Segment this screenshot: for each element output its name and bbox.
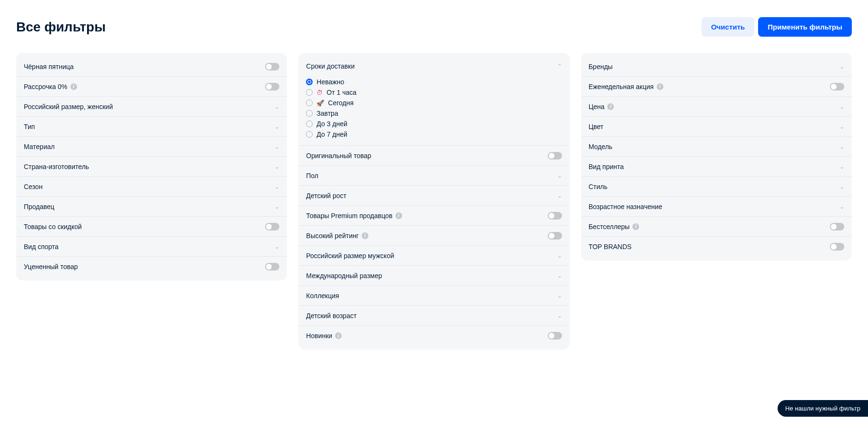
radio-delivery-hour[interactable]: ⏱ От 1 часа — [306, 87, 562, 98]
filter-season[interactable]: Сезон ⌄ — [16, 177, 287, 197]
filter-size-women[interactable]: Российский размер, женский ⌄ — [16, 97, 287, 117]
filter-seller[interactable]: Продавец ⌄ — [16, 197, 287, 217]
chevron-down-icon: ⌄ — [275, 183, 279, 190]
filter-color[interactable]: Цвет ⌄ — [581, 117, 852, 137]
fast-delivery-icon: ⏱ — [316, 89, 323, 96]
radio-delivery-7days[interactable]: До 7 дней — [306, 129, 562, 140]
filter-size-men[interactable]: Российский размер мужской ⌄ — [298, 246, 569, 266]
filter-label: Новинки i — [306, 332, 342, 340]
filter-price[interactable]: Цена i ⌄ — [581, 97, 852, 117]
radio-icon — [306, 89, 313, 96]
filter-discount[interactable]: Товары со скидкой — [16, 217, 287, 237]
filter-original[interactable]: Оригинальный товар — [298, 146, 569, 166]
filter-weekly[interactable]: Еженедельная акция i — [581, 77, 852, 97]
radio-delivery-today[interactable]: 🚀 Сегодня — [306, 98, 562, 108]
filter-columns: Чёрная пятница Рассрочка 0% i Российский… — [0, 37, 868, 366]
filter-age-purpose[interactable]: Возрастное назначение ⌄ — [581, 197, 852, 217]
chevron-down-icon: ⌄ — [839, 143, 844, 150]
filter-brands[interactable]: Бренды ⌄ — [581, 57, 852, 77]
filter-type[interactable]: Тип ⌄ — [16, 117, 287, 137]
chevron-down-icon: ⌄ — [839, 63, 844, 70]
filter-country[interactable]: Страна-изготовитель ⌄ — [16, 157, 287, 177]
chevron-down-icon: ⌄ — [557, 272, 562, 279]
filter-column-1: Чёрная пятница Рассрочка 0% i Российский… — [16, 53, 287, 281]
filter-label: Чёрная пятница — [24, 63, 74, 70]
filter-label: Российский размер, женский — [24, 103, 113, 110]
filter-label: Российский размер мужской — [306, 252, 394, 260]
filter-label: Пол — [306, 172, 318, 180]
filter-label: Детский рост — [306, 192, 346, 200]
chevron-down-icon: ⌄ — [557, 252, 562, 259]
chevron-down-icon: ⌄ — [275, 123, 279, 130]
filter-style[interactable]: Стиль ⌄ — [581, 177, 852, 197]
toggle-switch[interactable] — [548, 232, 562, 240]
radio-delivery-any[interactable]: Неважно — [306, 77, 562, 87]
page-title: Все фильтры — [16, 20, 106, 35]
filter-gender[interactable]: Пол ⌄ — [298, 166, 569, 186]
radio-icon — [306, 110, 313, 117]
info-icon: i — [607, 103, 614, 110]
filter-intl-size[interactable]: Международный размер ⌄ — [298, 266, 569, 286]
header-buttons: Очистить Применить фильтры — [701, 17, 852, 37]
chevron-down-icon: ⌄ — [275, 243, 279, 250]
chevron-down-icon: ⌄ — [557, 172, 562, 179]
chevron-down-icon: ⌄ — [275, 143, 279, 150]
radio-delivery-tomorrow[interactable]: Завтра — [306, 108, 562, 119]
filter-bestsellers[interactable]: Бестселлеры i — [581, 217, 852, 237]
filter-delivery-header[interactable]: Сроки доставки ⌃ — [298, 57, 569, 75]
filter-premium[interactable]: Товары Premium продавцов i — [298, 206, 569, 226]
chevron-down-icon: ⌄ — [275, 163, 279, 170]
filter-model[interactable]: Модель ⌄ — [581, 137, 852, 157]
toggle-switch[interactable] — [265, 83, 279, 90]
filter-material[interactable]: Материал ⌄ — [16, 137, 287, 157]
filter-child-age[interactable]: Детский возраст ⌄ — [298, 306, 569, 326]
filter-label: Еженедельная акция i — [589, 83, 663, 90]
clear-button[interactable]: Очистить — [701, 17, 754, 37]
toggle-switch[interactable] — [265, 263, 279, 271]
toggle-switch[interactable] — [265, 223, 279, 231]
filter-novelty[interactable]: Новинки i — [298, 326, 569, 346]
filter-black-friday[interactable]: Чёрная пятница — [16, 57, 287, 77]
filter-label: Коллекция — [306, 292, 339, 300]
filter-label: Высокий рейтинг i — [306, 232, 368, 240]
chevron-down-icon: ⌄ — [557, 312, 562, 319]
filter-label: Оригинальный товар — [306, 152, 371, 160]
toggle-switch[interactable] — [265, 63, 279, 70]
toggle-switch[interactable] — [548, 212, 562, 220]
filter-child-height[interactable]: Детский рост ⌄ — [298, 186, 569, 206]
filter-markdown[interactable]: Уцененный товар — [16, 257, 287, 277]
toggle-switch[interactable] — [830, 83, 844, 90]
filter-installment[interactable]: Рассрочка 0% i — [16, 77, 287, 97]
filter-label: Уцененный товар — [24, 263, 78, 271]
filter-sport[interactable]: Вид спорта ⌄ — [16, 237, 287, 257]
filter-top-brands[interactable]: TOP BRANDS — [581, 237, 852, 257]
info-icon: i — [395, 212, 402, 219]
chevron-down-icon: ⌄ — [275, 103, 279, 110]
filter-rating[interactable]: Высокий рейтинг i — [298, 226, 569, 246]
filter-label: Возрастное назначение — [589, 203, 662, 210]
filter-label: Международный размер — [306, 272, 382, 280]
filter-label: Тип — [24, 123, 35, 130]
toggle-switch[interactable] — [830, 223, 844, 231]
toggle-switch[interactable] — [548, 332, 562, 340]
filter-collection[interactable]: Коллекция ⌄ — [298, 286, 569, 306]
radio-delivery-3days[interactable]: До 3 дней — [306, 119, 562, 129]
chevron-down-icon: ⌄ — [839, 163, 844, 170]
filter-label: Бренды — [589, 63, 613, 70]
filter-column-2: Сроки доставки ⌃ Неважно ⏱ От 1 часа 🚀 С… — [298, 53, 569, 350]
toggle-switch[interactable] — [548, 152, 562, 160]
info-icon: i — [70, 83, 77, 90]
chevron-down-icon: ⌄ — [275, 203, 279, 210]
filter-print[interactable]: Вид принта ⌄ — [581, 157, 852, 177]
radio-icon — [306, 100, 313, 106]
chevron-down-icon: ⌄ — [839, 103, 844, 110]
filter-label: Продавец — [24, 203, 54, 210]
filter-label: Модель — [589, 143, 612, 150]
delivery-radio-group: Неважно ⏱ От 1 часа 🚀 Сегодня Завтра До … — [298, 75, 569, 146]
filter-label: Стиль — [589, 183, 608, 190]
chevron-down-icon: ⌄ — [839, 123, 844, 130]
radio-icon — [306, 120, 313, 127]
apply-button[interactable]: Применить фильтры — [758, 17, 852, 37]
filter-label: Товары Premium продавцов i — [306, 212, 402, 220]
toggle-switch[interactable] — [830, 243, 844, 251]
